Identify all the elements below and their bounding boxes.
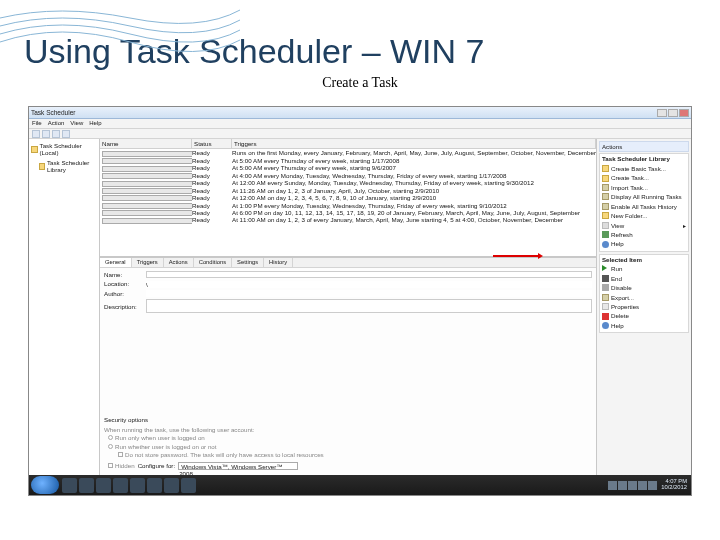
tab-triggers[interactable]: Triggers — [132, 258, 164, 267]
field-description[interactable] — [146, 299, 592, 313]
action-export-label: Export... — [611, 294, 634, 301]
tab-conditions[interactable]: Conditions — [194, 258, 232, 267]
action-refresh-label: Refresh — [611, 231, 633, 238]
col-status[interactable]: Status — [192, 139, 232, 148]
taskbar-app-icon[interactable] — [164, 478, 179, 493]
action-export[interactable]: Export... — [602, 293, 686, 302]
annotation-arrow — [493, 255, 539, 257]
task-row[interactable]: Run FTP ScriptReadyAt 6:00 PM on day 10,… — [100, 209, 596, 216]
tree-library[interactable]: Task Scheduler Library — [31, 158, 97, 175]
actions-library-header: Task Scheduler Library — [602, 155, 686, 163]
delete-icon — [602, 313, 609, 320]
system-clock[interactable]: 4:07 PM 10/2/2012 — [658, 479, 687, 491]
radio-run-whether[interactable]: Run whether user is logged on or not — [104, 443, 592, 451]
action-run[interactable]: Run — [602, 264, 686, 273]
play-icon — [602, 265, 609, 272]
refresh-icon — [602, 231, 609, 238]
taskbar-app-icon[interactable] — [147, 478, 162, 493]
task-row[interactable]: Drive Performance TestReadyAt 4:00 AM ev… — [100, 172, 596, 179]
radio-icon — [108, 444, 113, 449]
action-properties[interactable]: Properties — [602, 302, 686, 311]
task-row[interactable]: Create Restore PointReadyRuns on the fir… — [100, 149, 596, 156]
maximize-button[interactable] — [668, 109, 678, 117]
disable-icon — [602, 284, 609, 291]
task-name-cell: Windows Defrag or Trim — [100, 216, 192, 223]
slide-subtitle: Create a Task — [0, 75, 720, 91]
help-icon — [602, 241, 609, 248]
task-icon — [102, 218, 192, 224]
toolbar-refresh-icon[interactable] — [52, 130, 60, 138]
taskbar-app-icon[interactable] — [181, 478, 196, 493]
menu-view[interactable]: View — [70, 120, 83, 127]
tab-history[interactable]: History — [264, 258, 293, 267]
task-status-cell: Ready — [192, 172, 232, 179]
task-row[interactable]: Clear Popup MapperReadyAt 1:00 PM every … — [100, 202, 596, 209]
tray-icon[interactable] — [648, 481, 657, 490]
task-row[interactable]: Real Optimizer ASDReadyAt 12:00 AM on da… — [100, 194, 596, 201]
folder-icon — [602, 212, 609, 219]
properties-icon — [602, 303, 609, 310]
task-row[interactable]: Optimize Start MenuReadyAt 11:26 AM on d… — [100, 187, 596, 194]
chevron-right-icon: ▸ — [683, 222, 686, 229]
taskbar-app-icon[interactable] — [130, 478, 145, 493]
task-name-cell: TFCleaner — [100, 179, 192, 186]
action-display-running[interactable]: Display All Running Tasks — [602, 192, 686, 201]
task-trigger-cell: At 6:00 PM on day 10, 11, 12, 13, 14, 15… — [232, 209, 596, 216]
taskbar-app-icon[interactable] — [79, 478, 94, 493]
tray-icon[interactable] — [628, 481, 637, 490]
taskbar-app-icon[interactable] — [62, 478, 77, 493]
action-create-task[interactable]: Create Task... — [602, 173, 686, 182]
action-view[interactable]: View▸ — [602, 221, 686, 230]
check-no-store-password-label: Do not store password. The task will onl… — [125, 451, 324, 458]
task-row[interactable]: TFCleanerReadyAt 12:00 AM every Sunday, … — [100, 179, 596, 186]
check-hidden[interactable]: Hidden — [104, 462, 135, 470]
configure-for-select[interactable]: Windows Vista™, Windows Server™ 2008 — [178, 462, 298, 470]
task-row[interactable]: Check Common FoldersReadyAt 5:00 AM ever… — [100, 157, 596, 164]
tray-icon[interactable] — [618, 481, 627, 490]
action-new-folder[interactable]: New Folder... — [602, 211, 686, 220]
action-import-task-label: Import Task... — [611, 184, 648, 191]
action-properties-label: Properties — [611, 303, 639, 310]
radio-run-logged-on[interactable]: Run only when user is logged on — [104, 434, 592, 442]
tab-general[interactable]: General — [100, 258, 132, 267]
action-enable-history[interactable]: Enable All Tasks History — [602, 202, 686, 211]
col-triggers[interactable]: Triggers — [232, 139, 596, 148]
menu-help[interactable]: Help — [89, 120, 101, 127]
task-status-cell: Ready — [192, 216, 232, 223]
action-help-lib-label: Help — [611, 240, 624, 247]
close-button[interactable] — [679, 109, 689, 117]
task-detail-pane: General Triggers Actions Conditions Sett… — [100, 257, 596, 475]
minimize-button[interactable] — [657, 109, 667, 117]
action-create-basic-task[interactable]: Create Basic Task... — [602, 164, 686, 173]
action-import-task[interactable]: Import Task... — [602, 183, 686, 192]
action-help-lib[interactable]: Help — [602, 239, 686, 248]
tray-icon[interactable] — [608, 481, 617, 490]
action-end[interactable]: End — [602, 274, 686, 283]
col-name[interactable]: Name — [100, 139, 192, 148]
task-row[interactable]: Windows Defrag or TrimReadyAt 11:00 AM o… — [100, 216, 596, 223]
toolbar-back-icon[interactable] — [32, 130, 40, 138]
tab-actions[interactable]: Actions — [164, 258, 194, 267]
task-row[interactable]: Create CCTVReadyAt 5:00 AM every Thursda… — [100, 164, 596, 171]
task-status-cell: Ready — [192, 164, 232, 171]
taskbar-app-icon[interactable] — [96, 478, 111, 493]
action-delete[interactable]: Delete — [602, 311, 686, 320]
action-refresh[interactable]: Refresh — [602, 230, 686, 239]
tray-icon[interactable] — [638, 481, 647, 490]
menu-file[interactable]: File — [32, 120, 42, 127]
check-hidden-label: Hidden — [115, 462, 135, 469]
tab-settings[interactable]: Settings — [232, 258, 264, 267]
export-icon — [602, 294, 609, 301]
field-name[interactable] — [146, 271, 592, 278]
action-disable[interactable]: Disable — [602, 283, 686, 292]
task-status-cell: Ready — [192, 149, 232, 156]
start-button[interactable] — [31, 476, 59, 494]
check-no-store-password[interactable]: Do not store password. The task will onl… — [104, 451, 592, 459]
action-help-sel[interactable]: Help — [602, 321, 686, 330]
task-scheduler-window: Task Scheduler File Action View Help Tas… — [28, 106, 692, 496]
tree-root[interactable]: Task Scheduler (Local) — [31, 141, 97, 158]
toolbar-forward-icon[interactable] — [42, 130, 50, 138]
menu-action[interactable]: Action — [48, 120, 65, 127]
toolbar-help-icon[interactable] — [62, 130, 70, 138]
taskbar-app-icon[interactable] — [113, 478, 128, 493]
